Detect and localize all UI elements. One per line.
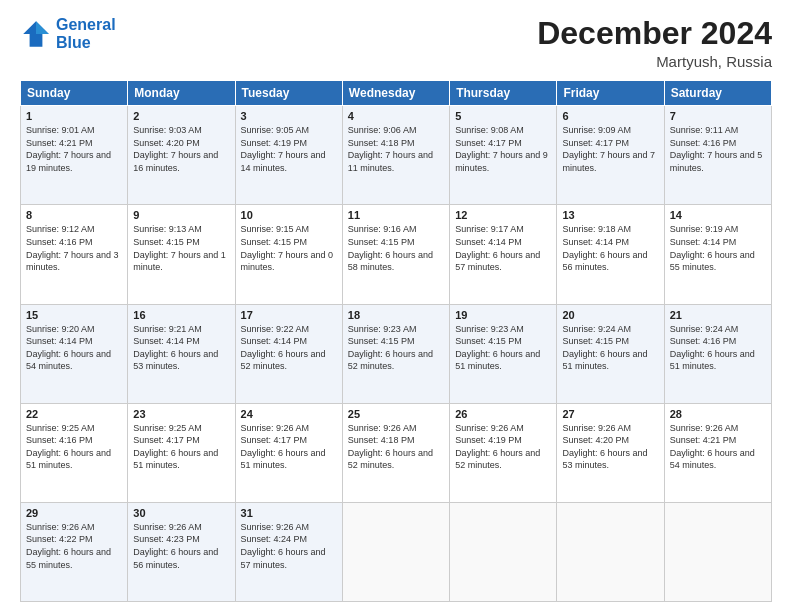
day-cell: 26Sunrise: 9:26 AM Sunset: 4:19 PM Dayli…: [450, 403, 557, 502]
day-cell: 8Sunrise: 9:12 AM Sunset: 4:16 PM Daylig…: [21, 205, 128, 304]
day-number: 18: [348, 309, 444, 321]
week-row-3: 15Sunrise: 9:20 AM Sunset: 4:14 PM Dayli…: [21, 304, 772, 403]
day-cell: 27Sunrise: 9:26 AM Sunset: 4:20 PM Dayli…: [557, 403, 664, 502]
day-info: Sunrise: 9:26 AM Sunset: 4:18 PM Dayligh…: [348, 422, 444, 472]
day-cell: 9Sunrise: 9:13 AM Sunset: 4:15 PM Daylig…: [128, 205, 235, 304]
day-info: Sunrise: 9:21 AM Sunset: 4:14 PM Dayligh…: [133, 323, 229, 373]
day-info: Sunrise: 9:25 AM Sunset: 4:16 PM Dayligh…: [26, 422, 122, 472]
day-number: 30: [133, 507, 229, 519]
day-cell: 29Sunrise: 9:26 AM Sunset: 4:22 PM Dayli…: [21, 502, 128, 601]
day-cell: 17Sunrise: 9:22 AM Sunset: 4:14 PM Dayli…: [235, 304, 342, 403]
day-cell: 14Sunrise: 9:19 AM Sunset: 4:14 PM Dayli…: [664, 205, 771, 304]
day-number: 9: [133, 209, 229, 221]
day-number: 16: [133, 309, 229, 321]
location: Martyush, Russia: [537, 53, 772, 70]
day-cell: 10Sunrise: 9:15 AM Sunset: 4:15 PM Dayli…: [235, 205, 342, 304]
day-number: 27: [562, 408, 658, 420]
day-number: 29: [26, 507, 122, 519]
weekday-header-monday: Monday: [128, 81, 235, 106]
calendar-body: 1Sunrise: 9:01 AM Sunset: 4:21 PM Daylig…: [21, 106, 772, 602]
day-cell: 4Sunrise: 9:06 AM Sunset: 4:18 PM Daylig…: [342, 106, 449, 205]
day-number: 5: [455, 110, 551, 122]
day-info: Sunrise: 9:24 AM Sunset: 4:16 PM Dayligh…: [670, 323, 766, 373]
day-number: 23: [133, 408, 229, 420]
day-info: Sunrise: 9:26 AM Sunset: 4:22 PM Dayligh…: [26, 521, 122, 571]
day-number: 13: [562, 209, 658, 221]
day-cell: 1Sunrise: 9:01 AM Sunset: 4:21 PM Daylig…: [21, 106, 128, 205]
day-info: Sunrise: 9:24 AM Sunset: 4:15 PM Dayligh…: [562, 323, 658, 373]
day-cell: [557, 502, 664, 601]
day-number: 3: [241, 110, 337, 122]
day-cell: [342, 502, 449, 601]
day-info: Sunrise: 9:12 AM Sunset: 4:16 PM Dayligh…: [26, 223, 122, 273]
day-number: 8: [26, 209, 122, 221]
header: General Blue December 2024 Martyush, Rus…: [20, 16, 772, 70]
week-row-5: 29Sunrise: 9:26 AM Sunset: 4:22 PM Dayli…: [21, 502, 772, 601]
day-number: 19: [455, 309, 551, 321]
day-info: Sunrise: 9:03 AM Sunset: 4:20 PM Dayligh…: [133, 124, 229, 174]
day-cell: 3Sunrise: 9:05 AM Sunset: 4:19 PM Daylig…: [235, 106, 342, 205]
day-number: 15: [26, 309, 122, 321]
title-block: December 2024 Martyush, Russia: [537, 16, 772, 70]
day-cell: 28Sunrise: 9:26 AM Sunset: 4:21 PM Dayli…: [664, 403, 771, 502]
day-info: Sunrise: 9:06 AM Sunset: 4:18 PM Dayligh…: [348, 124, 444, 174]
weekday-header-saturday: Saturday: [664, 81, 771, 106]
weekday-header-wednesday: Wednesday: [342, 81, 449, 106]
day-info: Sunrise: 9:11 AM Sunset: 4:16 PM Dayligh…: [670, 124, 766, 174]
day-info: Sunrise: 9:26 AM Sunset: 4:23 PM Dayligh…: [133, 521, 229, 571]
day-info: Sunrise: 9:19 AM Sunset: 4:14 PM Dayligh…: [670, 223, 766, 273]
day-number: 4: [348, 110, 444, 122]
day-number: 11: [348, 209, 444, 221]
month-title: December 2024: [537, 16, 772, 51]
day-cell: 23Sunrise: 9:25 AM Sunset: 4:17 PM Dayli…: [128, 403, 235, 502]
day-number: 17: [241, 309, 337, 321]
day-info: Sunrise: 9:09 AM Sunset: 4:17 PM Dayligh…: [562, 124, 658, 174]
day-info: Sunrise: 9:08 AM Sunset: 4:17 PM Dayligh…: [455, 124, 551, 174]
day-cell: 15Sunrise: 9:20 AM Sunset: 4:14 PM Dayli…: [21, 304, 128, 403]
day-cell: 2Sunrise: 9:03 AM Sunset: 4:20 PM Daylig…: [128, 106, 235, 205]
day-number: 12: [455, 209, 551, 221]
day-info: Sunrise: 9:18 AM Sunset: 4:14 PM Dayligh…: [562, 223, 658, 273]
logo-icon: [20, 18, 52, 50]
day-info: Sunrise: 9:15 AM Sunset: 4:15 PM Dayligh…: [241, 223, 337, 273]
weekday-header-sunday: Sunday: [21, 81, 128, 106]
weekday-header-thursday: Thursday: [450, 81, 557, 106]
day-info: Sunrise: 9:26 AM Sunset: 4:24 PM Dayligh…: [241, 521, 337, 571]
week-row-2: 8Sunrise: 9:12 AM Sunset: 4:16 PM Daylig…: [21, 205, 772, 304]
day-info: Sunrise: 9:22 AM Sunset: 4:14 PM Dayligh…: [241, 323, 337, 373]
day-number: 20: [562, 309, 658, 321]
day-info: Sunrise: 9:23 AM Sunset: 4:15 PM Dayligh…: [455, 323, 551, 373]
day-number: 28: [670, 408, 766, 420]
day-cell: [450, 502, 557, 601]
day-cell: 13Sunrise: 9:18 AM Sunset: 4:14 PM Dayli…: [557, 205, 664, 304]
weekday-header-friday: Friday: [557, 81, 664, 106]
weekday-header-row: SundayMondayTuesdayWednesdayThursdayFrid…: [21, 81, 772, 106]
day-info: Sunrise: 9:26 AM Sunset: 4:19 PM Dayligh…: [455, 422, 551, 472]
day-number: 6: [562, 110, 658, 122]
day-cell: 5Sunrise: 9:08 AM Sunset: 4:17 PM Daylig…: [450, 106, 557, 205]
day-cell: 30Sunrise: 9:26 AM Sunset: 4:23 PM Dayli…: [128, 502, 235, 601]
calendar-table: SundayMondayTuesdayWednesdayThursdayFrid…: [20, 80, 772, 602]
day-info: Sunrise: 9:25 AM Sunset: 4:17 PM Dayligh…: [133, 422, 229, 472]
day-cell: 22Sunrise: 9:25 AM Sunset: 4:16 PM Dayli…: [21, 403, 128, 502]
logo-text: General Blue: [56, 16, 116, 52]
day-number: 10: [241, 209, 337, 221]
weekday-header-tuesday: Tuesday: [235, 81, 342, 106]
day-number: 7: [670, 110, 766, 122]
day-cell: 12Sunrise: 9:17 AM Sunset: 4:14 PM Dayli…: [450, 205, 557, 304]
day-cell: [664, 502, 771, 601]
day-cell: 16Sunrise: 9:21 AM Sunset: 4:14 PM Dayli…: [128, 304, 235, 403]
day-info: Sunrise: 9:26 AM Sunset: 4:20 PM Dayligh…: [562, 422, 658, 472]
svg-marker-1: [36, 21, 49, 34]
week-row-4: 22Sunrise: 9:25 AM Sunset: 4:16 PM Dayli…: [21, 403, 772, 502]
day-number: 26: [455, 408, 551, 420]
day-number: 31: [241, 507, 337, 519]
day-number: 2: [133, 110, 229, 122]
calendar-page: General Blue December 2024 Martyush, Rus…: [0, 0, 792, 612]
day-cell: 25Sunrise: 9:26 AM Sunset: 4:18 PM Dayli…: [342, 403, 449, 502]
day-cell: 18Sunrise: 9:23 AM Sunset: 4:15 PM Dayli…: [342, 304, 449, 403]
day-number: 24: [241, 408, 337, 420]
day-info: Sunrise: 9:05 AM Sunset: 4:19 PM Dayligh…: [241, 124, 337, 174]
week-row-1: 1Sunrise: 9:01 AM Sunset: 4:21 PM Daylig…: [21, 106, 772, 205]
day-cell: 21Sunrise: 9:24 AM Sunset: 4:16 PM Dayli…: [664, 304, 771, 403]
